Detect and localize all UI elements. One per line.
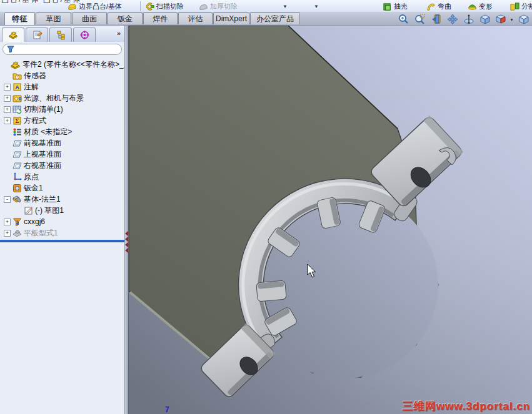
svg-text:A: A (15, 84, 19, 91)
watermark-text: 三维网www.3dportal.cn (403, 399, 530, 413)
tree-item-right-plane[interactable]: 右视基准面 (0, 160, 124, 171)
section-view-icon[interactable] (496, 14, 508, 25)
command-manager-tabs: 特征 草图 曲面 钣金 焊件 评估 DimXpert 办公室产品 ▼ ▼ (0, 12, 532, 25)
part-icon (10, 59, 21, 70)
tree-item-origin[interactable]: 原点 (0, 171, 124, 182)
sensors-icon (13, 71, 22, 81)
thicken-cut-button[interactable]: 加厚切除 (199, 0, 238, 12)
base-flange-icon (13, 195, 22, 204)
cutlist-icon (13, 105, 22, 114)
tree-item-annotations[interactable]: + A 注解 (0, 81, 124, 92)
tree-item-lights-cameras[interactable]: + 光源、相机与布景 (0, 92, 124, 104)
swept-cut-button[interactable]: 扫描切除 (145, 0, 184, 12)
plane-icon (13, 150, 22, 159)
property-manager-icon (32, 30, 43, 40)
tree-item-base-flange1[interactable]: - 基体-法兰1 (0, 194, 124, 205)
tree-item-sketch1[interactable]: (-) 草图1 (0, 205, 124, 216)
panel-tab-strip: » (0, 26, 124, 42)
tree-item-flat-pattern1[interactable]: + 平板型式1 (0, 227, 124, 239)
display-style-icon[interactable] (518, 14, 530, 25)
command-manager-row: 凸台/基体 凸台/基体 边界凸台/基体 扫描切除 加厚切除 ▼ ▼ 抽壳 弯曲 … (0, 0, 532, 12)
origin-icon (13, 172, 22, 182)
view-orientation-icon[interactable] (479, 14, 491, 25)
plane-icon (13, 139, 22, 148)
tree-item-sensors[interactable]: 传感器 (0, 70, 124, 81)
annotations-icon: A (13, 82, 22, 92)
graphics-viewport[interactable]: 7 三维网www.3dportal.cn (128, 26, 532, 414)
model-flange-tab[interactable] (256, 280, 286, 302)
origin-triad-glyph: 7 (165, 405, 169, 414)
split-button[interactable]: 分割 (510, 0, 532, 12)
equations-icon: Σ (13, 116, 22, 126)
rotate-view-icon[interactable] (463, 14, 475, 25)
tree-filter (3, 44, 122, 55)
filter-input[interactable] (17, 46, 118, 53)
heads-up-view-toolbar: ▼ ▼ (396, 14, 532, 25)
panel-overflow-chevron[interactable]: » (117, 29, 121, 37)
tree-item-front-plane[interactable]: 前视基准面 (0, 137, 124, 149)
flex-icon (426, 2, 436, 11)
dimxpert-manager-icon (79, 30, 90, 40)
boundary-boss-button[interactable]: 边界凸台/基体 (68, 0, 122, 12)
dimxpert-manager-tab[interactable] (73, 27, 96, 42)
configuration-manager-tab[interactable] (49, 27, 72, 42)
tab-sheet-metal[interactable]: 钣金 (108, 12, 143, 24)
boundary-boss-icon (68, 2, 77, 11)
toolbar-dropdown-caret[interactable]: ▼ (314, 4, 319, 9)
plane-icon (13, 161, 22, 170)
tab-features[interactable]: 特征 (4, 12, 35, 25)
tab-sketch[interactable]: 草图 (36, 12, 71, 24)
feature-tree-tab[interactable] (2, 27, 24, 42)
deform-button[interactable]: 变形 (468, 0, 493, 12)
tree-item-material[interactable]: 材质 <未指定> (0, 126, 124, 137)
svg-text:Σ: Σ (15, 117, 19, 124)
flat-pattern-icon (13, 229, 22, 238)
tab-surfaces[interactable]: 曲面 (72, 12, 107, 24)
section-view-caret[interactable]: ▼ (509, 17, 514, 22)
swept-cut-icon (145, 2, 154, 11)
tree-item-part-root[interactable]: 零件2 (零件名称<<零件名称>_显 (0, 59, 124, 70)
property-manager-tab[interactable] (26, 27, 48, 42)
split-icon (510, 2, 519, 11)
toolbar-dropdown-caret[interactable]: ▼ (283, 4, 288, 9)
lights-icon (13, 94, 22, 103)
sheet-metal-icon (13, 184, 22, 193)
tree-item-top-plane[interactable]: 上视基准面 (0, 149, 124, 160)
rollback-bar[interactable] (0, 240, 124, 242)
tab-evaluate[interactable]: 评估 (178, 12, 213, 24)
feature-tree: 零件2 (零件名称<<零件名称>_显 传感器 + A 注解 + 光源、相机与布景 (0, 57, 124, 242)
toolbar-separator (140, 1, 141, 11)
flex-button[interactable]: 弯曲 (426, 0, 451, 12)
filter-funnel-icon (7, 46, 14, 53)
tree-item-cxxgj6[interactable]: + cxxgj6 (0, 216, 124, 227)
feature-tree-icon (8, 30, 19, 40)
zoom-area-icon[interactable] (414, 14, 426, 25)
previous-view-icon[interactable] (431, 14, 443, 25)
tab-weldments[interactable]: 焊件 (143, 12, 178, 24)
tree-item-cut-list[interactable]: + 切割清单(1) (0, 104, 124, 115)
feature-manager-panel: » 零件2 (零件名称<<零件名称>_显 传感器 + A (0, 26, 124, 414)
shell-icon (383, 2, 392, 11)
material-icon (13, 127, 22, 137)
configuration-manager-icon (56, 30, 66, 40)
model-scene (129, 26, 532, 414)
tab-dimxpert[interactable]: DimXpert (213, 12, 249, 24)
pan-icon[interactable] (447, 14, 459, 25)
sketch-icon (24, 206, 33, 215)
deform-icon (468, 2, 477, 11)
thicken-cut-icon (199, 2, 208, 11)
tab-office-products[interactable]: 办公室产品 (250, 12, 300, 24)
solidworks-window: 凸台/基体 凸台/基体 边界凸台/基体 扫描切除 加厚切除 ▼ ▼ 抽壳 弯曲 … (0, 0, 532, 414)
tree-item-equations[interactable]: + Σ 方程式 (0, 115, 124, 126)
zoom-fit-icon[interactable] (398, 14, 410, 25)
form-tool-icon (13, 217, 22, 227)
shell-button[interactable]: 抽壳 (383, 0, 408, 12)
tree-item-sheet-metal1[interactable]: 钣金1 (0, 182, 124, 194)
